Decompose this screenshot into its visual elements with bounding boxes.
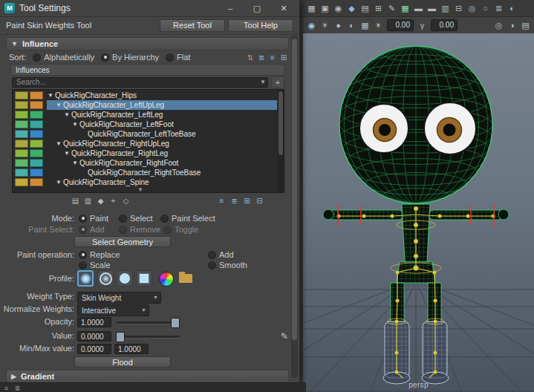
scroll-right-icon[interactable]: ≣ <box>13 384 22 392</box>
resolution-gate-icon[interactable]: ▬ <box>426 2 438 15</box>
paintop-replace-radio[interactable]: Replace <box>79 250 120 259</box>
tree-row[interactable]: ▼QuickRigCharacter_RightLeg <box>13 148 277 158</box>
tree-row[interactable]: ▼QuickRigCharacter_RightUpLeg <box>13 139 277 148</box>
color-ramp-icon[interactable] <box>159 272 174 287</box>
influence-color-chip[interactable] <box>15 101 28 109</box>
sort-grid-icon[interactable]: ⊞ <box>279 52 289 62</box>
minimize-button[interactable]: – <box>219 1 241 16</box>
film-gate-icon[interactable]: ▬ <box>412 2 425 15</box>
influences-subsection-header[interactable]: Influences <box>10 64 284 76</box>
brush-soft-button[interactable] <box>97 270 114 287</box>
maximize-button[interactable]: ▢ <box>246 1 268 16</box>
camera-attributes-icon[interactable]: ◉ <box>332 2 345 15</box>
hammer-weights-icon[interactable]: ◆ <box>95 195 106 206</box>
window-titlebar[interactable]: M Tool Settings – ▢ ✕ <box>0 0 299 17</box>
sort-by-hierarchy-radio[interactable]: By Hierarchy <box>101 53 159 62</box>
gamma-value[interactable]: 0.00 <box>431 19 458 31</box>
hud-icon[interactable]: ≣ <box>492 2 505 15</box>
tree-collapse-icon[interactable]: ▼ <box>55 102 62 108</box>
lighting-icon[interactable]: ☀ <box>319 19 331 32</box>
tool-help-button[interactable]: Tool Help <box>228 19 293 32</box>
tree-collapse-icon[interactable]: ▼ <box>71 121 79 128</box>
influence-color-chip[interactable] <box>15 140 28 148</box>
paste-weights-icon[interactable]: ▥ <box>82 195 94 206</box>
safe-title-icon[interactable]: ○ <box>479 2 492 15</box>
brush-solid-button[interactable] <box>117 270 133 287</box>
anti-aliasing-icon[interactable]: ▦ <box>359 19 371 32</box>
normalize-weights-dropdown[interactable]: Interactive▼ <box>77 304 149 316</box>
influence-color-chip[interactable] <box>30 159 43 167</box>
mode-paint-radio[interactable]: Paint <box>79 214 108 223</box>
flood-button[interactable]: Flood <box>74 356 171 368</box>
isolate-select-icon[interactable]: ◎ <box>492 19 505 32</box>
influence-color-chip[interactable] <box>15 130 28 138</box>
safe-action-icon[interactable]: ◎ <box>466 2 478 15</box>
filter-add-icon[interactable]: + <box>271 76 284 88</box>
influence-section-header[interactable]: ▼ Influence <box>6 37 289 50</box>
paint-select-remove-radio[interactable]: Remove <box>119 225 160 234</box>
select-geometry-button[interactable]: Select Geometry <box>74 236 171 247</box>
wireframe-shaded-icon[interactable]: ◑ <box>506 19 518 32</box>
tree-collapse-icon[interactable]: ▼ <box>55 140 62 147</box>
min-value-input[interactable] <box>77 344 111 354</box>
prune-weights-icon[interactable]: ◇ <box>120 195 131 206</box>
tree-row[interactable]: ▼QuickRigCharacter_Spine <box>13 177 277 187</box>
influence-color-chip[interactable] <box>15 149 28 157</box>
image-plane-icon[interactable]: ▤ <box>359 2 371 15</box>
tree-row[interactable]: ▼QuickRigCharacter_RightFoot <box>13 158 277 168</box>
tree-collapse-icon[interactable]: ▼ <box>71 160 79 166</box>
viewport-canvas[interactable]: persp <box>303 33 534 392</box>
sort-list-compact-icon[interactable]: ≡ <box>267 52 278 62</box>
screen-ao-icon[interactable]: ◐ <box>345 19 358 32</box>
xray-icon[interactable]: ◐ <box>506 2 518 15</box>
paint-select-toggle-radio[interactable]: Toggle <box>163 225 198 234</box>
influence-color-chip[interactable] <box>15 120 28 128</box>
paintop-add-radio[interactable]: Add <box>208 250 234 259</box>
tree-collapse-icon[interactable]: ▼ <box>63 111 71 118</box>
tree-collapse-icon[interactable]: ▼ <box>47 92 54 99</box>
sort-list-detailed-icon[interactable]: ≣ <box>256 52 267 62</box>
influence-color-chip[interactable] <box>30 140 43 148</box>
grid-icon[interactable]: ▦ <box>399 2 411 15</box>
influence-color-chip[interactable] <box>30 149 43 157</box>
gate-mask-icon[interactable]: ▥ <box>439 2 452 15</box>
close-button[interactable]: ✕ <box>273 1 295 16</box>
show-selected-influences-icon[interactable]: ≡ <box>216 195 227 206</box>
shadows-icon[interactable]: ● <box>332 19 345 32</box>
influence-color-chip[interactable] <box>30 169 43 177</box>
move-weights-icon[interactable]: + <box>108 195 119 206</box>
brush-gaussian-button[interactable] <box>77 270 94 287</box>
reset-tool-button[interactable]: Reset Tool <box>160 19 225 32</box>
tree-row[interactable]: ▼QuickRigCharacter_Hips <box>13 91 277 100</box>
show-all-influences-icon[interactable]: ≣ <box>229 195 240 206</box>
paintop-smooth-radio[interactable]: Smooth <box>208 261 247 270</box>
influence-color-chip[interactable] <box>30 120 43 128</box>
influence-color-chip[interactable] <box>15 111 28 119</box>
tree-row[interactable]: ▼QuickRigCharacter_LeftUpLeg <box>13 100 277 110</box>
tree-row[interactable]: ▼QuickRigCharacter_LeftFoot <box>13 120 277 129</box>
influence-color-chip[interactable] <box>30 178 43 186</box>
influence-color-chip[interactable] <box>30 91 43 99</box>
bookmarks-icon[interactable]: ◆ <box>345 2 358 15</box>
gamma-icon[interactable]: γ <box>416 19 429 32</box>
value-input[interactable] <box>77 331 111 342</box>
mode-paint-select-radio[interactable]: Paint Select <box>160 214 215 223</box>
tree-row[interactable]: QuickRigCharacter_RightToeBase <box>13 168 277 177</box>
mode-select-radio[interactable]: Select <box>119 214 153 223</box>
influence-color-chip[interactable] <box>15 159 28 167</box>
influence-color-chip[interactable] <box>30 101 43 109</box>
tree-row[interactable]: QuickRigCharacter_LeftToeBase <box>13 129 277 139</box>
collapse-influence-tree-icon[interactable]: ⊟ <box>254 195 265 206</box>
exposure-value[interactable]: 0.00 <box>387 19 414 31</box>
two-d-pan-zoom-icon[interactable]: ⊞ <box>372 2 385 15</box>
influence-color-chip[interactable] <box>15 178 28 186</box>
tree-collapse-icon[interactable]: ▼ <box>55 179 62 186</box>
renderer-icon[interactable]: ◉ <box>305 19 318 32</box>
influence-color-chip[interactable] <box>30 130 43 138</box>
lock-camera-icon[interactable]: ▣ <box>319 2 331 15</box>
expand-influence-tree-icon[interactable]: ⊞ <box>241 195 253 206</box>
field-chart-icon[interactable]: ⊟ <box>452 2 465 15</box>
tree-scrollbar[interactable] <box>278 90 284 192</box>
sort-alphabetically-radio[interactable]: Alphabetically <box>33 53 94 62</box>
influence-color-chip[interactable] <box>15 169 28 177</box>
